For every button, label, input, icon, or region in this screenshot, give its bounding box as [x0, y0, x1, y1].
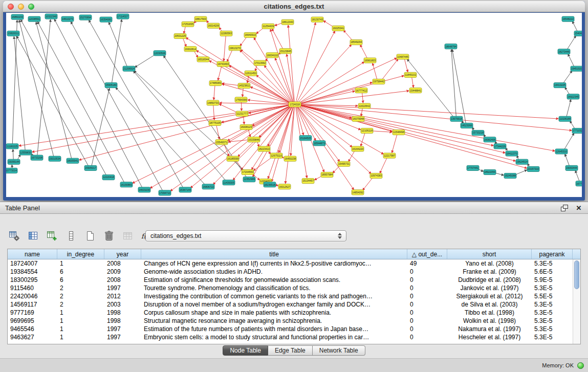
graph-edge[interactable]	[361, 108, 363, 116]
graph-node[interactable]: 16190883	[120, 182, 133, 187]
graph-edge[interactable]	[567, 36, 576, 50]
table-row[interactable]: 969969511998Structural magnetic resonanc…	[8, 317, 580, 325]
table-row[interactable]: 1938455462009Genome-wide association stu…	[8, 268, 580, 276]
graph-node[interactable]: 15367144	[179, 187, 191, 192]
graph-node[interactable]: 11254439	[262, 24, 274, 29]
graph-node[interactable]: 12675110	[270, 153, 282, 158]
graph-edge[interactable]	[287, 54, 294, 102]
graph-edge[interactable]	[183, 38, 186, 47]
graph-node[interactable]: 19743493	[217, 61, 229, 67]
graph-node[interactable]: 10487445	[397, 54, 409, 59]
graph-node[interactable]: 11180225	[6, 144, 18, 149]
graph-node[interactable]: 16518344	[197, 57, 209, 62]
graph-edge[interactable]	[14, 37, 25, 150]
graph-edge[interactable]	[89, 20, 183, 188]
graph-edge[interactable]	[299, 105, 506, 153]
graph-edge[interactable]	[563, 71, 572, 83]
graph-node[interactable]: 16634102	[266, 53, 278, 58]
graph-node[interactable]: 16806722	[202, 184, 214, 189]
graph-node[interactable]: 16548222	[562, 16, 574, 21]
graph-node[interactable]: 18922054	[484, 169, 496, 174]
graph-node[interactable]: 17204553	[242, 169, 254, 174]
table-row[interactable]: 911546021997Tourette syndrome. Phenomeno…	[8, 284, 580, 292]
graph-node[interactable]: 18549294	[350, 40, 362, 45]
graph-edge[interactable]	[219, 104, 238, 113]
graph-edge[interactable]	[222, 83, 240, 85]
graph-edge[interactable]	[184, 26, 186, 34]
graph-edge[interactable]	[236, 160, 243, 170]
tab-network-table[interactable]: Network Table	[313, 345, 365, 356]
graph-edge[interactable]	[13, 149, 13, 160]
graph-edge[interactable]	[170, 105, 292, 191]
graph-edge[interactable]	[12, 20, 17, 144]
graph-edge[interactable]	[241, 50, 256, 62]
graph-edge[interactable]	[573, 21, 578, 32]
table-row[interactable]: 977716911998Corpus callosum shape and si…	[8, 309, 580, 317]
graph-node[interactable]: 16354081	[100, 17, 112, 22]
graph-edge[interactable]	[134, 71, 226, 181]
graph-node[interactable]: 16014206	[207, 23, 220, 28]
graph-edge[interactable]	[228, 140, 250, 142]
graph-node[interactable]: 16025341	[332, 26, 344, 31]
graph-node[interactable]: 18130743	[311, 17, 323, 22]
graph-node[interactable]: 16082406	[484, 137, 496, 142]
graph-node[interactable]: 20157310	[527, 166, 539, 171]
graph-edge[interactable]	[17, 36, 89, 166]
graph-node[interactable]: 16775502	[576, 181, 582, 186]
graph-node[interactable]: 12030508	[154, 51, 166, 56]
network-canvas[interactable]: 1724018151238451663410217013992126114501…	[6, 13, 582, 197]
graph-edge[interactable]	[363, 177, 373, 190]
vertical-scrollbar[interactable]	[573, 259, 580, 344]
graph-node[interactable]: 17710326	[572, 128, 582, 134]
graph-edge[interactable]	[565, 154, 570, 166]
graph-node[interactable]: 12038591	[28, 16, 40, 21]
graph-edge[interactable]	[382, 59, 398, 80]
graph-node[interactable]: 11548498	[393, 130, 405, 135]
graph-node[interactable]: 16640910	[244, 32, 256, 37]
graph-edge[interactable]	[135, 54, 156, 68]
graph-node[interactable]: 17554399	[235, 97, 247, 102]
close-window-button[interactable]	[8, 4, 14, 10]
graph-edge[interactable]	[214, 85, 215, 100]
graph-node[interactable]: 17344229	[494, 144, 506, 149]
row-height-icon[interactable]	[64, 229, 78, 243]
graph-node[interactable]: 14413225	[554, 83, 566, 88]
graph-edge[interactable]	[349, 150, 355, 162]
graph-edge[interactable]	[112, 19, 121, 83]
column-header-1[interactable]: in_degree	[57, 249, 104, 259]
graph-node[interactable]: 12220418	[102, 175, 115, 180]
graph-node[interactable]: 18612043	[281, 19, 294, 25]
graph-node[interactable]: 16733208	[31, 155, 43, 160]
graph-node[interactable]: 10322340	[45, 14, 57, 19]
graph-node[interactable]: 19613270	[229, 46, 241, 51]
graph-node[interactable]: 15733218	[472, 130, 484, 136]
graph-edge[interactable]	[36, 22, 71, 159]
graph-node[interactable]: 17094710	[159, 190, 171, 195]
graph-node[interactable]: 13820011	[7, 31, 19, 36]
graph-node[interactable]: 11439305	[223, 180, 235, 185]
graph-edge[interactable]	[218, 66, 222, 80]
column-header-4[interactable]: △ out_de...	[407, 249, 447, 259]
graph-edge[interactable]	[133, 105, 291, 183]
graph-node[interactable]: 16079948	[352, 116, 364, 121]
graph-node[interactable]: 12645310	[555, 149, 568, 154]
graph-node[interactable]: 14523811	[238, 83, 250, 89]
graph-edge[interactable]	[213, 105, 214, 120]
graph-node[interactable]: 16164220	[352, 146, 364, 151]
graph-node[interactable]: 14523066	[461, 123, 473, 128]
delete-icon[interactable]	[102, 229, 116, 243]
table-mode-icon[interactable]	[7, 229, 21, 243]
column-header-5[interactable]: short	[447, 249, 532, 259]
graph-node[interactable]: 12280563	[220, 31, 232, 36]
add-column-icon[interactable]	[45, 229, 59, 243]
graph-node[interactable]: 14854092	[352, 190, 364, 195]
graph-edge[interactable]	[412, 77, 413, 87]
table-row[interactable]: 946554611997Estimation of the future num…	[8, 325, 580, 333]
graph-node[interactable]: 15905017	[84, 165, 97, 170]
graph-edge[interactable]	[404, 59, 408, 72]
graph-edge[interactable]	[298, 62, 364, 103]
graph-edge[interactable]	[37, 19, 51, 156]
graph-edge[interactable]	[243, 88, 244, 97]
graph-edge[interactable]	[568, 54, 574, 67]
graph-node[interactable]: 12106118	[361, 128, 373, 134]
